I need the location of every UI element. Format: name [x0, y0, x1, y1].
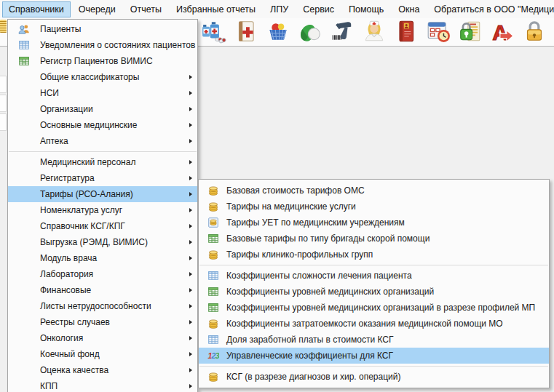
menu-item[interactable]: Регистратура	[8, 170, 197, 186]
submenu-item[interactable]: Коэффициенты сложности лечения пациента	[199, 268, 549, 284]
partially-hidden-panel	[0, 76, 7, 132]
letter-a-icon[interactable]: A	[489, 19, 515, 44]
menubar-item[interactable]: ЛПУ	[264, 1, 295, 17]
menu-item[interactable]: Выгрузка (РЭМД, ВИМИС)	[8, 234, 197, 250]
menu-item[interactable]: Финансовые	[8, 282, 197, 298]
menu-item-label: Выгрузка (РЭМД, ВИМИС)	[40, 237, 148, 247]
no-icon	[18, 87, 30, 99]
menu-item[interactable]: Медицинский персонал	[8, 154, 197, 170]
pills-icon[interactable]	[297, 19, 323, 44]
coins-icon	[207, 185, 219, 196]
menu-item-label: Общие классификаторы	[40, 72, 139, 82]
menu-item[interactable]: Справочник КСГ/КПГ	[8, 218, 197, 234]
menu-item[interactable]: Коечный фонд	[8, 346, 197, 362]
no-icon	[18, 220, 30, 232]
submenu-arrow-icon	[189, 224, 192, 228]
submenu-arrow-icon	[189, 240, 192, 244]
submenu-arrow-icon	[189, 384, 192, 388]
menu-item[interactable]: КПП	[8, 378, 197, 392]
first-aid-book-icon[interactable]	[233, 19, 259, 44]
menu-item[interactable]: Регистр Пациентов ВИМИС	[8, 53, 197, 69]
menu-item-label: Базовая стоимость тарифов ОМС	[226, 185, 365, 196]
menu-item[interactable]: Тарифы (РСО-Алания)	[8, 186, 197, 202]
menu-item-label: НСИ	[40, 88, 59, 98]
menubar-item[interactable]: Справочники	[2, 1, 71, 17]
coins-icon	[207, 249, 219, 260]
tarify-submenu: Базовая стоимость тарифов ОМСТарифы на м…	[198, 179, 550, 388]
menubar-item[interactable]: Отчеты	[124, 1, 168, 17]
submenu-item[interactable]: Коэффициенты затратоемкости оказания мед…	[199, 316, 549, 332]
padlock-icon[interactable]	[521, 19, 547, 44]
menu-item-label: Тарифы на медицинские услуги	[226, 201, 356, 212]
submenu-item[interactable]: 123Управленческие коэффициенты для КСГ	[199, 348, 549, 364]
menu-item[interactable]: Реестры случаев	[8, 314, 197, 330]
no-icon	[18, 172, 30, 184]
submenu-item[interactable]: Доля заработной платы в стоимости КСГ	[199, 332, 549, 348]
medicine-bottles-icon[interactable]	[201, 19, 227, 44]
menu-item[interactable]: Аптека	[8, 133, 197, 149]
menu-item-label: Коечный фонд	[40, 349, 100, 359]
menu-item[interactable]: Уведомления о состояниях пациентов	[8, 37, 197, 53]
menu-item-label: Коэффициенты уровней медицинских организ…	[226, 287, 434, 297]
menu-item-label: Оценка качества	[40, 365, 108, 375]
menu-item-label: Листы нетрудоспособности	[40, 301, 151, 311]
menu-item-label: Номенклатура услуг	[40, 205, 122, 215]
submenu-item[interactable]: Коэффициенты уровней медицинских организ…	[199, 284, 549, 300]
submenu-arrow-icon	[189, 107, 192, 111]
menu-item[interactable]: Онкология	[8, 330, 197, 346]
menu-item[interactable]: Основные медицинские	[8, 117, 197, 133]
no-icon	[18, 204, 30, 216]
red-book-icon[interactable]	[393, 19, 419, 44]
submenu-item[interactable]: Базовая стоимость тарифов ОМС	[199, 183, 549, 199]
table-blue-icon	[18, 39, 30, 51]
menu-item[interactable]: Листы нетрудоспособности	[8, 298, 197, 314]
submenu-arrow-icon	[189, 320, 192, 324]
no-icon	[18, 71, 30, 83]
menubar-item[interactable]: Очереди	[72, 1, 122, 17]
table-green-icon	[207, 233, 219, 244]
menubar-item[interactable]: Помощь	[342, 1, 390, 17]
no-icon	[18, 348, 30, 360]
submenu-item[interactable]: Коэффициенты уровней медицинских организ…	[199, 300, 549, 316]
no-icon	[18, 364, 30, 376]
menu-item-label: Тарифы (РСО-Алания)	[40, 189, 133, 199]
nurse-icon[interactable]	[361, 19, 387, 44]
submenu-item[interactable]: КСГ (в разрезе диагнозов и хир. операций…	[199, 369, 549, 385]
menubar-item[interactable]: Окна	[392, 1, 426, 17]
table-blue-icon	[207, 334, 219, 345]
submenu-item[interactable]: Тарифы клинико-профильных групп	[199, 247, 549, 263]
submenu-item[interactable]: Тарифы на медицинские услуги	[199, 199, 549, 215]
submenu-arrow-icon	[189, 336, 192, 340]
menubar-item[interactable]: Избранные отчеты	[170, 1, 262, 17]
submenu-item[interactable]: Базовые тарифы по типу бригады скорой по…	[199, 231, 549, 247]
menubar-item[interactable]: Обратиться в ООО "Медицина-ИТ"	[427, 1, 554, 17]
menu-item[interactable]: Организации	[8, 101, 197, 117]
submenu-item[interactable]: Тарифы УЕТ по медицинским учреждениям	[199, 215, 549, 231]
menu-item-label: Реестры случаев	[40, 317, 110, 327]
menu-item-label: Коэффициенты сложности лечения пациента	[226, 271, 412, 281]
menu-item[interactable]: Общие классификаторы	[8, 69, 197, 85]
menu-item-label: Медицинский персонал	[40, 157, 135, 167]
no-icon	[18, 284, 30, 296]
patients-icon	[18, 23, 30, 35]
secure-document-icon[interactable]	[457, 19, 483, 44]
menu-item-label: Доля заработной платы в стоимости КСГ	[226, 335, 393, 345]
barcode-scanner-icon[interactable]	[329, 19, 355, 44]
menu-item[interactable]: Лаборатория	[8, 266, 197, 282]
menu-separator	[199, 265, 548, 265]
no-icon	[18, 268, 30, 280]
no-icon	[18, 156, 30, 168]
menu-item[interactable]: Пациенты	[8, 21, 197, 37]
pharmacy-basket-icon[interactable]	[265, 19, 291, 44]
menu-item[interactable]: НСИ	[8, 85, 197, 101]
menu-item[interactable]: Модуль врача	[8, 250, 197, 266]
coins-icon	[207, 201, 219, 212]
menubar-item[interactable]: Сервис	[296, 1, 341, 17]
schedule-clock-icon[interactable]	[425, 19, 451, 44]
menu-item-label: Модуль врача	[40, 253, 97, 263]
menu-item[interactable]: Оценка качества	[8, 362, 197, 378]
menu-item-label: Лаборатория	[40, 269, 93, 279]
menu-item[interactable]: Номенклатура услуг	[8, 202, 197, 218]
menu-item-label: Регистратура	[40, 173, 95, 183]
menu-item-label: КСГ (в разрезе диагнозов и хир. операций…	[226, 372, 400, 382]
